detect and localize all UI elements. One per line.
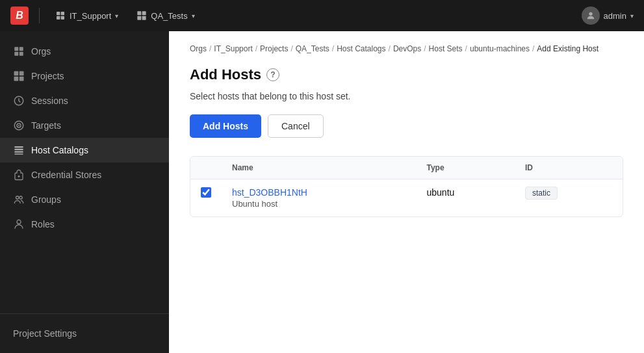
svg-point-20	[18, 125, 19, 126]
credential-stores-icon	[13, 169, 25, 181]
row-id-cell: static	[515, 179, 623, 217]
svg-rect-23	[14, 151, 23, 153]
svg-rect-11	[14, 52, 18, 56]
orgs-icon	[13, 46, 25, 57]
svg-rect-13	[14, 72, 19, 76]
breadcrumb-sep-6: /	[424, 44, 426, 53]
sidebar: Orgs Projects Sessions Targets Host Cata…	[0, 31, 169, 353]
row-type-cell: ubuntu	[416, 179, 514, 217]
main-content: Orgs / IT_Support / Projects / QA_Tests …	[169, 31, 644, 353]
svg-rect-2	[57, 16, 60, 20]
user-chevron-icon: ▾	[630, 12, 634, 20]
col-name: Name	[222, 157, 416, 179]
breadcrumb-host-sets[interactable]: Host Sets	[429, 44, 463, 53]
user-menu[interactable]: admin ▾	[582, 7, 634, 25]
topnav: B IT_Support ▾ QA_Tests ▾ admin ▾	[0, 0, 644, 31]
page-title: Add Hosts	[190, 66, 261, 83]
svg-rect-0	[57, 12, 60, 15]
breadcrumb-sep-2: /	[255, 44, 257, 53]
table-row: hst_D3OBBH1NtH Ubuntu host ubuntu static	[190, 179, 623, 217]
breadcrumb-host-catalogs[interactable]: Host Catalogs	[337, 44, 385, 53]
svg-rect-14	[19, 72, 24, 76]
col-type: Type	[416, 157, 514, 179]
breadcrumb-ubuntu-machines[interactable]: ubuntu-machines	[470, 44, 530, 53]
breadcrumb-sep-8: /	[532, 44, 534, 53]
svg-rect-21	[14, 146, 23, 148]
svg-rect-12	[19, 52, 23, 56]
sidebar-item-projects[interactable]: Projects	[0, 64, 169, 88]
host-name-link[interactable]: hst_D3OBBH1NtH	[232, 187, 307, 198]
add-hosts-button[interactable]: Add Hosts	[190, 114, 261, 138]
host-description: Ubuntu host	[232, 199, 406, 209]
sidebar-groups-label: Groups	[31, 194, 61, 205]
sidebar-sessions-label: Sessions	[31, 96, 68, 106]
hosts-table-wrapper: Name Type ID hst_D3OBBH1NtH	[190, 156, 623, 217]
projects-icon	[13, 70, 25, 82]
sidebar-credential-stores-label: Credential Stores	[31, 170, 101, 180]
org-label: IT_Support	[70, 11, 111, 21]
table-header: Name Type ID	[190, 157, 623, 179]
sidebar-item-host-catalogs[interactable]: Host Catalogs	[0, 138, 169, 163]
breadcrumb-it-support[interactable]: IT_Support	[214, 44, 252, 53]
cancel-button[interactable]: Cancel	[268, 114, 324, 138]
nav-divider	[39, 8, 40, 23]
breadcrumb: Orgs / IT_Support / Projects / QA_Tests …	[190, 44, 623, 53]
breadcrumb-current: Add Existing Host	[537, 44, 599, 53]
breadcrumb-sep-4: /	[332, 44, 334, 53]
sidebar-item-roles[interactable]: Roles	[0, 212, 169, 237]
groups-icon	[13, 194, 25, 205]
org-selector[interactable]: IT_Support ▾	[50, 8, 123, 23]
svg-rect-22	[14, 149, 23, 150]
hosts-table: Name Type ID hst_D3OBBH1NtH	[190, 157, 623, 216]
user-label: admin	[604, 11, 626, 21]
targets-icon	[13, 120, 25, 131]
svg-rect-10	[19, 47, 23, 51]
sidebar-projects-label: Projects	[31, 71, 64, 81]
svg-point-25	[18, 176, 20, 177]
roles-icon	[13, 218, 25, 230]
sidebar-item-groups[interactable]: Groups	[0, 187, 169, 212]
svg-rect-6	[138, 16, 142, 20]
svg-rect-15	[14, 77, 19, 81]
breadcrumb-orgs[interactable]: Orgs	[190, 44, 207, 53]
sidebar-bottom: Project Settings	[0, 313, 169, 353]
svg-rect-7	[142, 16, 146, 20]
breadcrumb-qa-tests[interactable]: QA_Tests	[296, 44, 329, 53]
breadcrumb-sep-5: /	[389, 44, 391, 53]
sidebar-project-settings[interactable]: Project Settings	[13, 324, 156, 343]
app-logo: B	[10, 7, 29, 25]
project-selector[interactable]: QA_Tests ▾	[131, 8, 200, 23]
svg-rect-9	[14, 47, 18, 51]
breadcrumb-sep-1: /	[209, 44, 211, 53]
breadcrumb-sep-3: /	[290, 44, 292, 53]
row-checkbox-cell	[190, 179, 222, 217]
project-chevron-icon: ▾	[192, 12, 195, 20]
sidebar-item-credential-stores[interactable]: Credential Stores	[0, 163, 169, 187]
breadcrumb-devops[interactable]: DevOps	[393, 44, 421, 53]
svg-rect-16	[19, 77, 24, 81]
col-id: ID	[515, 157, 623, 179]
table-body: hst_D3OBBH1NtH Ubuntu host ubuntu static	[190, 179, 623, 217]
user-icon	[586, 10, 596, 21]
svg-rect-1	[61, 12, 64, 15]
project-settings-label: Project Settings	[13, 328, 77, 339]
project-label: QA_Tests	[151, 11, 187, 21]
svg-rect-24	[14, 153, 23, 155]
col-checkbox	[190, 157, 222, 179]
sidebar-item-orgs[interactable]: Orgs	[0, 39, 169, 64]
page-subtitle: Select hosts that belong to this host se…	[190, 91, 623, 101]
sidebar-item-targets[interactable]: Targets	[0, 113, 169, 138]
sidebar-host-catalogs-label: Host Catalogs	[31, 145, 88, 155]
sessions-icon	[13, 95, 25, 107]
svg-rect-5	[142, 11, 146, 15]
project-icon	[136, 10, 147, 21]
svg-point-28	[17, 220, 21, 224]
user-avatar	[582, 7, 600, 25]
svg-point-26	[16, 196, 19, 200]
help-icon[interactable]: ?	[266, 68, 279, 81]
breadcrumb-projects[interactable]: Projects	[260, 44, 288, 53]
org-chevron-icon: ▾	[115, 12, 118, 20]
host-checkbox[interactable]	[201, 187, 211, 198]
sidebar-nav: Orgs Projects Sessions Targets Host Cata…	[0, 31, 169, 313]
sidebar-item-sessions[interactable]: Sessions	[0, 88, 169, 113]
